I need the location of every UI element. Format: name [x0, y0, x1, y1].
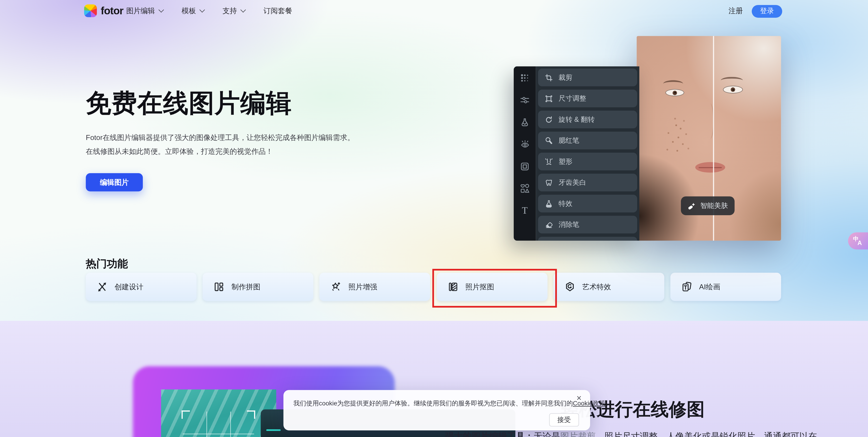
fotor-logo-text: fotor [101, 5, 123, 17]
tool-label: 消除笔 [558, 220, 579, 229]
fotor-homepage: fotor 图片编辑 模板 支持 订阅套餐 注册 登录 免费在线图片编辑 Fot… [0, 0, 868, 437]
page: fotor 图片编辑 模板 支持 订阅套餐 注册 登录 免费在线图片编辑 Fot… [0, 0, 868, 437]
card-photo-enhance[interactable]: 照片增强 [320, 273, 431, 301]
cookie-accept-button[interactable]: 接受 [549, 413, 579, 426]
freckles-before-side [675, 125, 677, 126]
crop-corner-handle[interactable] [247, 410, 255, 419]
tool-label: 尺寸调整 [558, 94, 586, 103]
effects-flask-icon [545, 200, 553, 208]
card-label: 照片增强 [348, 282, 377, 292]
blush-pen-icon [545, 136, 553, 145]
smart-skin-label: 智能美肤 [700, 201, 728, 210]
nav-right: 注册 登录 [728, 0, 782, 22]
photo-crop-link[interactable]: 图片裁剪 [560, 432, 596, 437]
editor-panel: T 裁剪 尺寸调整 旋转 & 翻转 腮红笔 塑形 [514, 66, 640, 241]
chevron-down-icon [158, 7, 164, 12]
eyebrow-right [721, 77, 743, 84]
tool-label: 旋转 & 翻转 [558, 115, 595, 124]
annotation-highlight-box [432, 269, 557, 307]
text-tool-icon[interactable]: T [520, 206, 529, 215]
teal-slider[interactable] [266, 429, 281, 431]
enhance-icon [331, 281, 341, 292]
hero-subtitle-1: Fotor在线图片编辑器提供了强大的图像处理工具，让您轻松完成各种图片编辑需求。 [86, 133, 354, 143]
tool-resize[interactable]: 尺寸调整 [538, 90, 637, 107]
reshape-icon [545, 158, 553, 166]
card-label: 艺术特效 [582, 282, 611, 292]
translate-widget-button[interactable]: 中 A [848, 232, 868, 249]
effects-flask-icon[interactable] [520, 117, 529, 127]
pupil [674, 92, 676, 93]
teeth-whitening-icon [545, 178, 553, 187]
tool-eraser[interactable]: 消除笔 [538, 216, 637, 233]
login-button[interactable]: 登录 [752, 5, 782, 18]
editor-sidebar: T [514, 66, 536, 241]
ai-paint-icon [681, 281, 692, 292]
card-art-effects[interactable]: 艺术特效 [554, 273, 664, 301]
magic-wand-icon [687, 202, 696, 210]
nav-item-label: 订阅套餐 [264, 6, 292, 16]
rotate-flip-icon [545, 115, 553, 124]
chevron-down-icon [199, 7, 205, 12]
apps-grid-icon[interactable] [520, 73, 529, 82]
tool-label: 裁剪 [558, 73, 572, 82]
paragraph-text: 、照片尺寸调整、人像美化或是锐化照片，通通都可以在 [595, 432, 817, 437]
frame-icon[interactable] [520, 162, 529, 171]
nav-item-templates[interactable]: 模板 [182, 6, 204, 16]
crop-icon [545, 73, 553, 82]
grid-line [207, 411, 207, 437]
pupil [732, 89, 734, 91]
ocean-photo-thumbnail [161, 390, 276, 437]
eye-right [723, 86, 743, 93]
hero-title: 免费在线图片编辑 [86, 86, 292, 121]
register-link[interactable]: 注册 [728, 6, 743, 16]
card-label: AI绘画 [699, 282, 720, 292]
tool-rotate-flip[interactable]: 旋转 & 翻转 [538, 111, 637, 128]
tool-crop[interactable]: 裁剪 [538, 69, 637, 86]
nav-item-photo-editor[interactable]: 图片编辑 [126, 6, 163, 16]
collage-icon [214, 281, 224, 292]
tool-blush-pen[interactable]: 腮红笔 [538, 132, 637, 149]
card-ai-paint[interactable]: AI绘画 [671, 273, 781, 301]
section2-paragraph: 强大的图片编辑工具：无论是图片裁剪、照片尺寸调整、人像美化或是锐化照片，通通都可… [445, 431, 817, 437]
tool-label: 腮红笔 [558, 136, 579, 145]
close-icon[interactable]: ✕ [575, 393, 584, 404]
smart-skin-button[interactable]: 智能美肤 [681, 196, 735, 215]
tool-reshape[interactable]: 塑形 [538, 153, 637, 170]
adjust-sliders-icon[interactable] [520, 95, 529, 104]
grid-line [183, 434, 254, 434]
eye-left [665, 89, 684, 96]
lip-line [699, 167, 722, 168]
card-label: 制作拼图 [231, 282, 260, 292]
beauty-eye-icon[interactable] [520, 139, 529, 148]
fotor-logo[interactable]: fotor [84, 4, 123, 17]
card-label: 创建设计 [115, 282, 144, 292]
card-make-collage[interactable]: 制作拼图 [203, 273, 313, 301]
crop-overlay [183, 411, 254, 437]
nav-item-label: 支持 [223, 6, 237, 16]
edit-photo-button[interactable]: 编辑图片 [86, 173, 143, 191]
cookie-text-period: 。 [606, 400, 612, 407]
art-effects-icon [564, 281, 575, 292]
nav-item-label: 图片编辑 [126, 6, 155, 16]
nav-item-support[interactable]: 支持 [223, 6, 245, 16]
nav-menu: 图片编辑 模板 支持 订阅套餐 [126, 0, 292, 22]
tool-effects[interactable]: 特效 [538, 195, 637, 212]
paragraph-bold-prefix: 强大的图片编辑工具： [445, 432, 533, 437]
nav-item-label: 模板 [182, 6, 196, 16]
lips [695, 162, 725, 172]
cookie-consent-dialog: 我们使用cookie为您提供更好的用户体验。继续使用我们的服务即视为您已阅读、理… [283, 390, 590, 430]
design-icon [97, 281, 107, 292]
elements-shapes-icon[interactable] [520, 183, 529, 193]
hero-subtitle-2: 在线修图从未如此简便。立即体验，打造完美的视觉作品！ [86, 146, 273, 157]
tool-row-partial[interactable] [538, 237, 637, 241]
tool-label: 塑形 [558, 157, 572, 166]
eyebrow-left [663, 80, 683, 88]
cookie-text: 我们使用cookie为您提供更好的用户体验。继续使用我们的服务即视为您已阅读、理… [293, 400, 612, 408]
iris [731, 88, 735, 92]
card-create-design[interactable]: 创建设计 [86, 273, 196, 301]
eraser-icon [545, 221, 553, 229]
crop-corner-handle[interactable] [182, 410, 190, 419]
paragraph-text: 无论是 [534, 432, 560, 437]
nav-item-pricing[interactable]: 订阅套餐 [264, 6, 292, 16]
tool-teeth-whitening[interactable]: 牙齿美白 [538, 174, 637, 191]
